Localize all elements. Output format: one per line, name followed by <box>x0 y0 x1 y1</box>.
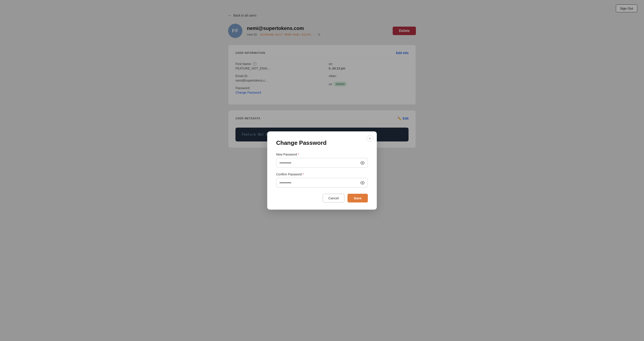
modal-backdrop: × Change Password New Password * Confirm… <box>0 0 644 341</box>
required-star-new: * <box>298 153 299 156</box>
svg-point-0 <box>362 162 363 163</box>
modal-actions: Cancel Save <box>276 194 368 202</box>
confirm-password-label: Confirm Password * <box>276 173 368 176</box>
svg-point-1 <box>362 182 363 183</box>
confirm-password-group: Confirm Password * <box>276 173 368 187</box>
save-button[interactable]: Save <box>348 194 368 202</box>
change-password-modal: × Change Password New Password * Confirm… <box>267 131 377 210</box>
cancel-button[interactable]: Cancel <box>323 194 344 202</box>
modal-close-button[interactable]: × <box>366 135 373 142</box>
confirm-password-input-wrapper <box>276 178 368 187</box>
required-star-confirm: * <box>302 173 304 176</box>
new-password-group: New Password * <box>276 153 368 168</box>
modal-title: Change Password <box>276 139 368 146</box>
new-password-label: New Password * <box>276 153 368 156</box>
new-password-input[interactable] <box>276 158 368 168</box>
confirm-password-toggle-visibility[interactable] <box>360 181 365 185</box>
confirm-password-input[interactable] <box>276 178 368 187</box>
new-password-input-wrapper <box>276 158 368 168</box>
new-password-toggle-visibility[interactable] <box>360 161 365 165</box>
